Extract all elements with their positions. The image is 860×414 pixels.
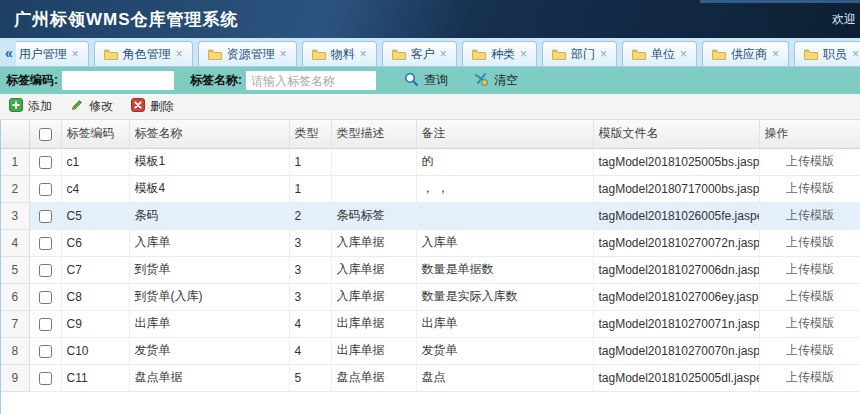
- upload-template-link[interactable]: 上传模版: [760, 234, 860, 251]
- pencil-icon: [70, 98, 84, 115]
- tab-1[interactable]: 用户管理×: [16, 41, 89, 66]
- tab-label: 职员: [823, 46, 847, 63]
- row-checkbox[interactable]: [39, 291, 52, 304]
- upload-template-link[interactable]: 上传模版: [760, 369, 860, 386]
- tab-close-icon[interactable]: ×: [72, 48, 79, 60]
- label-code-input[interactable]: [62, 71, 174, 90]
- col-header-file: 模版文件名: [593, 120, 759, 148]
- row-checkbox[interactable]: [39, 318, 52, 331]
- upload-template-link[interactable]: 上传模版: [760, 315, 860, 332]
- folder-icon: [104, 49, 118, 60]
- tab-8[interactable]: 单位×: [622, 41, 697, 66]
- table-row[interactable]: 6C8到货单(入库)3入库单据数量是实际入库数tagModel201810270…: [1, 283, 860, 310]
- edit-button[interactable]: 修改: [70, 98, 113, 115]
- upload-template-link[interactable]: 上传模版: [760, 153, 860, 170]
- cell-label-code: C11: [61, 364, 129, 391]
- tab-9[interactable]: 供应商×: [702, 41, 789, 66]
- select-all-checkbox[interactable]: [39, 128, 52, 141]
- row-number-cell: 1: [1, 148, 29, 175]
- tab-3[interactable]: 资源管理×: [198, 41, 297, 66]
- folder-icon: [552, 49, 566, 60]
- clear-icon: [474, 72, 489, 90]
- table-row[interactable]: 4C6入库单3入库单据入库单tagModel201810270072n.jasp…: [1, 229, 860, 256]
- upload-template-link[interactable]: 上传模版: [760, 261, 860, 278]
- cell-type: 3: [289, 229, 331, 256]
- tab-label: 物料: [331, 46, 355, 63]
- table-row[interactable]: 2c4模板41， ，tagModel20180717000bs.jasper上传…: [1, 175, 860, 202]
- row-checkbox[interactable]: [39, 345, 52, 358]
- cell-remark: ， ，: [416, 175, 593, 202]
- cell-label-name: 条码: [129, 202, 289, 229]
- upload-template-link[interactable]: 上传模版: [760, 342, 860, 359]
- row-checkbox[interactable]: [39, 264, 52, 277]
- row-select-cell: [29, 229, 61, 256]
- tab-strip: 用户管理×角色管理×资源管理×物料×客户×种类×部门×单位×供应商×职员×仓库×…: [16, 41, 860, 66]
- tab-close-icon[interactable]: ×: [772, 48, 779, 60]
- delete-button[interactable]: 删除: [131, 98, 174, 115]
- cell-label-code: C9: [61, 310, 129, 337]
- tab-label: 单位: [651, 46, 675, 63]
- row-checkbox[interactable]: [39, 183, 52, 196]
- row-select-cell: [29, 364, 61, 391]
- tab-close-icon[interactable]: ×: [176, 48, 183, 60]
- cell-label-code: c4: [61, 175, 129, 202]
- label-name-input[interactable]: [246, 71, 376, 90]
- row-number-header: [1, 120, 29, 148]
- table-row[interactable]: 3C5条码2条码标签tagModel20181026005fe.jasper上传…: [1, 202, 860, 229]
- cell-action: 上传模版: [759, 364, 860, 391]
- add-icon: [9, 98, 23, 115]
- upload-template-link[interactable]: 上传模版: [760, 288, 860, 305]
- col-header-type-desc: 类型描述: [331, 120, 416, 148]
- tab-close-icon[interactable]: ×: [280, 48, 287, 60]
- row-number-cell: 4: [1, 229, 29, 256]
- tab-2[interactable]: 角色管理×: [94, 41, 193, 66]
- add-button-label: 添加: [28, 98, 52, 115]
- cell-label-name: 发货单: [129, 337, 289, 364]
- table-row[interactable]: 9C11盘点单据5盘点单据盘点tagModel20181025005dl.jas…: [1, 364, 860, 391]
- row-checkbox[interactable]: [39, 372, 52, 385]
- tab-close-icon[interactable]: ×: [600, 48, 607, 60]
- tab-close-icon[interactable]: ×: [360, 48, 367, 60]
- table-row[interactable]: 8C10发货单4出库单据发货单tagModel201810270070n.jas…: [1, 337, 860, 364]
- tab-5[interactable]: 客户×: [382, 41, 457, 66]
- add-button[interactable]: 添加: [9, 98, 52, 115]
- cell-type: 4: [289, 337, 331, 364]
- row-checkbox[interactable]: [39, 210, 52, 223]
- tab-10[interactable]: 职员×: [794, 41, 860, 66]
- row-checkbox[interactable]: [39, 156, 52, 169]
- table-row[interactable]: 7C9出库单4出库单据出库单tagModel201810270071n.jasp…: [1, 310, 860, 337]
- tab-7[interactable]: 部门×: [542, 41, 617, 66]
- table-row[interactable]: 5C7到货单3入库单据数量是单据数tagModel20181027006dn.j…: [1, 256, 860, 283]
- cell-remark: 盘点: [416, 364, 593, 391]
- search-button[interactable]: 查询: [404, 72, 448, 90]
- upload-template-link[interactable]: 上传模版: [760, 180, 860, 197]
- cell-type-desc: 出库单据: [331, 310, 416, 337]
- row-number-cell: 7: [1, 310, 29, 337]
- upload-template-link[interactable]: 上传模版: [760, 207, 860, 224]
- app-title: 广州标领WMS仓库管理系统: [14, 8, 239, 31]
- cell-action: 上传模版: [759, 229, 860, 256]
- cell-template-file: tagModel20181025005bs.jasper: [593, 148, 759, 175]
- row-select-cell: [29, 175, 61, 202]
- cell-type: 5: [289, 364, 331, 391]
- tab-6[interactable]: 种类×: [462, 41, 537, 66]
- cell-action: 上传模版: [759, 256, 860, 283]
- cell-type-desc: 条码标签: [331, 202, 416, 229]
- search-button-label: 查询: [424, 72, 448, 89]
- folder-icon: [392, 49, 406, 60]
- tab-close-icon[interactable]: ×: [852, 48, 859, 60]
- clear-button[interactable]: 清空: [474, 72, 518, 90]
- table-row[interactable]: 1c1模板11的tagModel20181025005bs.jasper上传模版: [1, 148, 860, 175]
- filter-bar: 标签编码: 标签名称: 查询 清空: [0, 67, 860, 94]
- cell-type: 2: [289, 202, 331, 229]
- col-header-name: 标签名称: [129, 120, 289, 148]
- tab-scroll-left-icon[interactable]: «: [2, 40, 16, 66]
- tab-close-icon[interactable]: ×: [440, 48, 447, 60]
- col-header-remark: 备注: [416, 120, 593, 148]
- tab-close-icon[interactable]: ×: [520, 48, 527, 60]
- row-select-cell: [29, 148, 61, 175]
- welcome-text: 欢迎: [832, 11, 856, 28]
- tab-close-icon[interactable]: ×: [680, 48, 687, 60]
- tab-4[interactable]: 物料×: [302, 41, 377, 66]
- row-checkbox[interactable]: [39, 237, 52, 250]
